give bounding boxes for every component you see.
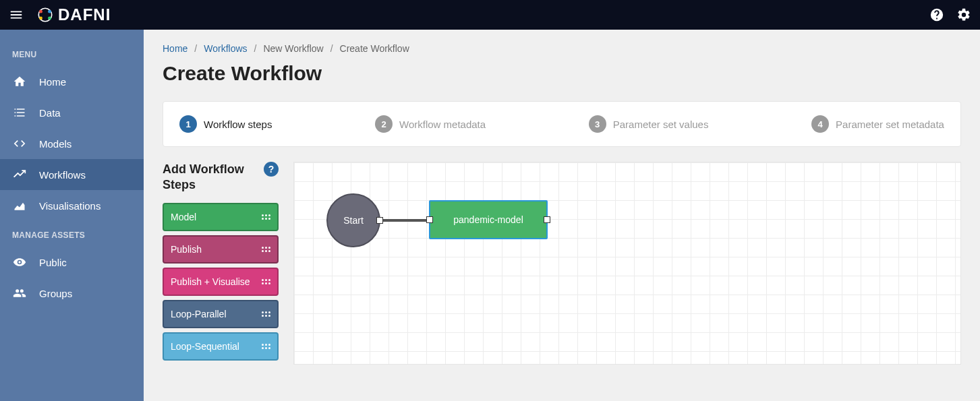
step-label: Workflow metadata (399, 119, 486, 130)
drag-handle-icon (261, 342, 270, 351)
breadcrumb-new-workflow: New Workflow (263, 43, 323, 54)
step-workflow-steps[interactable]: 1 Workflow steps (179, 115, 272, 133)
chip-label: Loop-Parallel (171, 309, 227, 319)
top-bar: DAFNI (0, 0, 980, 30)
step-number: 2 (375, 115, 393, 133)
step-label: Parameter set metadata (836, 119, 944, 130)
node-label: pandemic-model (453, 214, 523, 225)
sidebar-section-menu: MENU (0, 40, 144, 66)
drag-handle-icon (261, 245, 270, 254)
step-number: 1 (179, 115, 197, 133)
sidebar-item-models[interactable]: Models (0, 128, 144, 159)
drag-handle-icon (261, 309, 270, 319)
drag-handle-icon (261, 212, 270, 222)
code-icon (12, 136, 27, 151)
breadcrumb-separator: / (330, 43, 333, 54)
step-parameter-values[interactable]: 3 Parameter set values (589, 115, 709, 133)
app-name: DAFNI (58, 5, 111, 24)
settings-button[interactable] (956, 7, 972, 23)
workflow-edge[interactable] (380, 219, 429, 222)
svg-point-3 (39, 16, 42, 20)
sidebar-item-home[interactable]: Home (0, 66, 144, 97)
sidebar-item-workflows[interactable]: Workflows (0, 159, 144, 190)
sidebar-item-label: Home (39, 76, 66, 88)
people-icon (12, 286, 27, 301)
svg-point-4 (48, 16, 51, 20)
breadcrumb-create-workflow: Create Workflow (340, 43, 409, 54)
workflow-canvas-wrapper: Start pandemic-model (293, 162, 961, 365)
help-button[interactable] (929, 7, 945, 23)
menu-icon (9, 7, 24, 22)
step-label: Workflow steps (204, 119, 272, 130)
step-number: 3 (589, 115, 606, 133)
sidebar-item-label: Workflows (39, 169, 86, 181)
breadcrumb-separator: / (194, 43, 197, 54)
breadcrumb-separator: / (254, 43, 257, 54)
palette-chip-model[interactable]: Model (163, 203, 279, 231)
sidebar-item-public[interactable]: Public (0, 247, 144, 278)
sidebar-item-label: Groups (39, 288, 72, 299)
main-content: Home / Workflows / New Workflow / Create… (144, 30, 980, 401)
palette-chip-loop-sequential[interactable]: Loop-Sequential (163, 332, 279, 361)
sidebar-item-label: Models (39, 138, 71, 150)
node-label: Start (343, 215, 364, 226)
chip-label: Publish (171, 244, 202, 255)
sidebar: MENU Home Data Models Workflows Visualis… (0, 30, 144, 401)
step-label: Parameter set values (613, 119, 709, 130)
sidebar-section-manage: MANAGE ASSETS (0, 221, 144, 247)
hamburger-menu-button[interactable] (8, 7, 24, 23)
chart-area-icon (12, 198, 27, 213)
chip-label: Loop-Sequential (171, 341, 239, 352)
sidebar-item-label: Visualisations (39, 200, 100, 212)
logo-icon (36, 6, 54, 24)
app-logo[interactable]: DAFNI (36, 5, 111, 24)
palette-chip-publish[interactable]: Publish (163, 235, 279, 264)
palette-chip-loop-parallel[interactable]: Loop-Parallel (163, 300, 279, 328)
list-icon (12, 105, 27, 120)
breadcrumb-workflows[interactable]: Workflows (204, 43, 247, 54)
workflow-node-model[interactable]: pandemic-model (429, 200, 548, 239)
sidebar-item-visualisations[interactable]: Visualisations (0, 190, 144, 221)
step-number: 4 (811, 115, 829, 133)
workflow-node-start[interactable]: Start (326, 193, 380, 247)
gear-icon (956, 7, 971, 22)
workflow-canvas[interactable]: Start pandemic-model (293, 162, 961, 365)
workflow-icon (12, 167, 27, 182)
svg-point-2 (48, 10, 51, 13)
sidebar-item-label: Public (39, 257, 67, 268)
node-output-port[interactable] (376, 217, 383, 224)
node-input-port[interactable] (426, 216, 433, 223)
stepper: 1 Workflow steps 2 Workflow metadata 3 P… (163, 101, 961, 147)
eye-icon (12, 255, 27, 270)
palette-chip-publish-visualise[interactable]: Publish + Visualise (163, 268, 279, 296)
sidebar-item-data[interactable]: Data (0, 97, 144, 128)
chip-label: Model (171, 212, 196, 222)
palette-title: Add Workflow Steps (163, 162, 264, 193)
step-parameter-metadata[interactable]: 4 Parameter set metadata (811, 115, 944, 133)
help-icon (929, 7, 944, 22)
svg-point-1 (39, 10, 42, 13)
breadcrumb-home[interactable]: Home (163, 43, 188, 54)
breadcrumb: Home / Workflows / New Workflow / Create… (163, 43, 961, 54)
drag-handle-icon (261, 277, 270, 286)
sidebar-item-label: Data (39, 107, 61, 119)
step-workflow-metadata[interactable]: 2 Workflow metadata (375, 115, 486, 133)
chip-label: Publish + Visualise (171, 276, 250, 287)
help-icon: ? (268, 164, 275, 175)
workflow-step-palette: Add Workflow Steps ? Model Publish Publi… (163, 162, 279, 365)
palette-help-button[interactable]: ? (264, 162, 279, 177)
page-title: Create Workflow (163, 62, 961, 85)
home-icon (12, 74, 27, 89)
node-output-port[interactable] (544, 216, 550, 223)
sidebar-item-groups[interactable]: Groups (0, 278, 144, 309)
